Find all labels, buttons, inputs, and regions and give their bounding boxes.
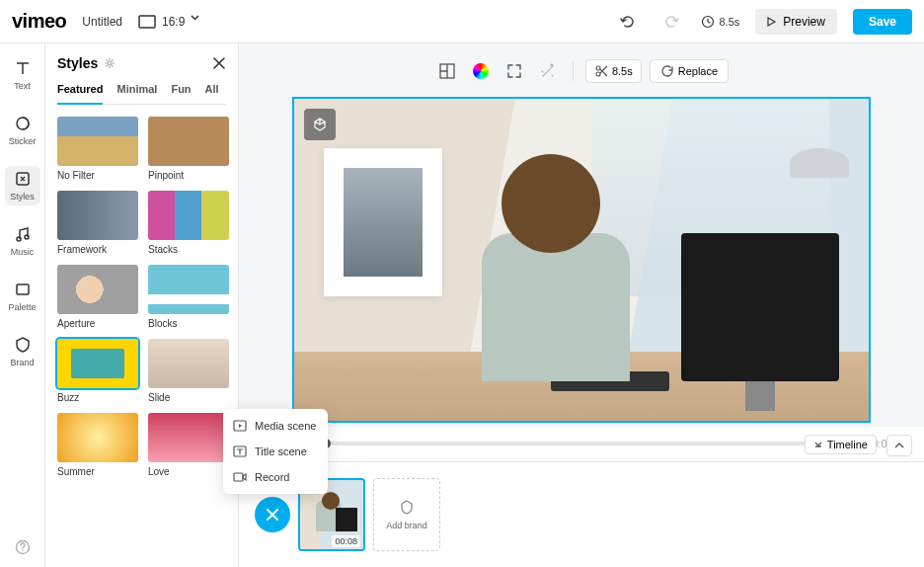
brand-icon (14, 336, 32, 354)
styles-panel: Styles Featured Minimal Fun All No Filte… (45, 43, 239, 567)
media-icon (233, 419, 247, 433)
chevron-up-icon (894, 442, 904, 449)
progress-bar[interactable] (326, 442, 816, 446)
canvas-area: 8.5s Replace (239, 43, 924, 567)
brand-icon (399, 499, 415, 515)
gear-icon[interactable] (104, 57, 116, 69)
tab-featured[interactable]: Featured (57, 83, 103, 105)
undo-icon (620, 14, 636, 30)
panel-tabs: Featured Minimal Fun All (57, 83, 226, 105)
collapse-icon (813, 440, 823, 449)
close-icon (212, 56, 226, 70)
color-wheel-icon (473, 63, 489, 79)
chevron-down-icon (191, 15, 208, 29)
svg-point-5 (25, 235, 29, 239)
cube-icon (312, 117, 328, 132)
close-add-menu-button[interactable] (255, 497, 290, 532)
close-panel-button[interactable] (212, 56, 226, 70)
duration-indicator: 8.5s (701, 15, 739, 29)
layout-icon (439, 63, 455, 79)
palette-icon (14, 281, 32, 298)
aspect-icon (138, 15, 156, 29)
save-button[interactable]: Save (853, 9, 912, 35)
svg-point-8 (108, 61, 112, 65)
expand-icon (506, 63, 522, 79)
record-icon (233, 470, 247, 484)
style-no-filter[interactable]: No Filter (57, 117, 138, 181)
rail-sticker[interactable]: Sticker (5, 111, 40, 150)
menu-media-scene[interactable]: Media scene (223, 413, 328, 439)
svg-point-11 (596, 72, 600, 76)
style-aperture[interactable]: Aperture (57, 265, 138, 329)
text-icon (14, 59, 32, 77)
refresh-icon (660, 64, 674, 78)
tab-minimal[interactable]: Minimal (116, 83, 157, 104)
tab-all[interactable]: All (205, 83, 219, 104)
fit-button[interactable] (501, 58, 527, 84)
style-framework[interactable]: Framework (57, 191, 138, 255)
scene-duration: 00:08 (332, 535, 360, 547)
menu-record[interactable]: Record (223, 464, 328, 490)
svg-rect-0 (139, 16, 155, 28)
music-icon (14, 225, 32, 243)
style-pinpoint[interactable]: Pinpoint (148, 117, 229, 181)
rail-palette[interactable]: Palette (5, 277, 40, 316)
rail-styles[interactable]: Styles (5, 166, 40, 205)
canvas-toolbar: 8.5s Replace (239, 51, 924, 91)
timeline-strip: Timeline 00:08 Add brand (239, 461, 924, 567)
close-icon (266, 508, 279, 522)
sticker-icon (14, 115, 32, 132)
rail-text[interactable]: Text (5, 55, 40, 95)
rail-brand[interactable]: Brand (5, 332, 40, 371)
color-button[interactable] (468, 58, 494, 84)
rail-music[interactable]: Music (5, 221, 40, 261)
play-icon (767, 17, 777, 27)
help-button[interactable] (15, 539, 31, 555)
menu-title-scene[interactable]: Title scene (223, 439, 328, 464)
styles-icon (14, 170, 32, 188)
preview-button[interactable]: Preview (755, 9, 837, 35)
magic-button[interactable] (535, 58, 561, 84)
expand-timeline-button[interactable] (886, 435, 912, 456)
timeline-toggle[interactable]: Timeline (805, 435, 877, 454)
style-stacks[interactable]: Stacks (148, 191, 229, 255)
redo-icon (663, 14, 679, 30)
tool-rail: Text Sticker Styles Music Palette Brand (0, 43, 45, 567)
project-title[interactable]: Untitled (82, 15, 122, 29)
style-buzz[interactable]: Buzz (57, 339, 138, 403)
add-scene-menu: Media scene Title scene Record (223, 409, 328, 494)
style-slide[interactable]: Slide (148, 339, 229, 403)
trim-button[interactable]: 8.5s (585, 59, 642, 83)
redo-button[interactable] (657, 8, 685, 36)
svg-point-4 (17, 237, 21, 241)
panel-title: Styles (57, 55, 98, 71)
media-type-badge (304, 109, 336, 140)
vimeo-logo: vimeo (12, 10, 66, 33)
title-icon (233, 445, 247, 458)
aspect-ratio-value: 16:9 (162, 15, 185, 29)
svg-point-10 (596, 66, 600, 70)
svg-rect-6 (17, 284, 29, 294)
tab-fun[interactable]: Fun (171, 83, 191, 104)
style-blocks[interactable]: Blocks (148, 265, 229, 329)
svg-rect-14 (234, 473, 243, 481)
undo-button[interactable] (614, 8, 642, 36)
video-canvas[interactable] (292, 97, 871, 423)
replace-button[interactable]: Replace (650, 59, 729, 83)
layout-button[interactable] (434, 58, 460, 84)
style-summer[interactable]: Summer (57, 413, 138, 477)
help-icon (15, 539, 31, 555)
aspect-ratio-select[interactable]: 16:9 (138, 15, 208, 29)
scissors-icon (594, 64, 608, 78)
style-love[interactable]: Love (148, 413, 229, 477)
wand-icon (540, 63, 556, 79)
add-brand-card[interactable]: Add brand (373, 478, 440, 551)
clock-icon (701, 15, 715, 29)
